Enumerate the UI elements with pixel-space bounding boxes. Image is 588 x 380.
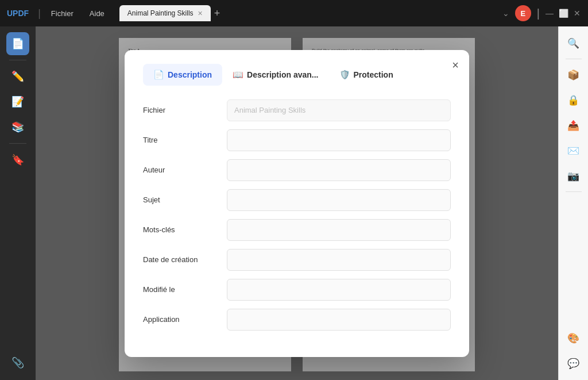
sidebar-separator bbox=[9, 60, 26, 60]
form-row-application: Application bbox=[143, 309, 451, 331]
minimize-button[interactable]: — bbox=[546, 9, 554, 17]
form-body: Fichier Titre Auteur Sujet bbox=[143, 99, 451, 331]
right-icon-chat[interactable]: 💬 bbox=[563, 352, 585, 374]
properties-modal: × 📄 Description 📖 Description avan... 🛡 bbox=[125, 50, 469, 357]
right-icon-search[interactable]: 🔍 bbox=[563, 32, 585, 54]
sidebar-bottom: 📎 bbox=[6, 351, 29, 374]
form-row-sujet: Sujet bbox=[143, 189, 451, 211]
input-application[interactable] bbox=[227, 309, 451, 331]
right-sep-2 bbox=[566, 191, 582, 192]
desc-avancee-tab-icon: 📖 bbox=[233, 70, 243, 80]
label-date-creation: Date de création bbox=[143, 255, 218, 264]
tab-protection[interactable]: 🛡️ Protection bbox=[329, 64, 404, 86]
form-row-date-creation: Date de création bbox=[143, 249, 451, 271]
right-sidebar-bottom: 🎨 💬 bbox=[563, 327, 585, 374]
close-window-button[interactable]: ✕ bbox=[573, 9, 581, 17]
input-fichier[interactable] bbox=[227, 99, 451, 121]
chevron-down-icon[interactable]: ⌄ bbox=[502, 9, 509, 18]
label-mots-cles: Mots-clés bbox=[143, 225, 218, 234]
right-icon-palette[interactable]: 🎨 bbox=[563, 327, 585, 349]
form-row-auteur: Auteur bbox=[143, 159, 451, 181]
input-auteur[interactable] bbox=[227, 159, 451, 181]
app-background: UPDF | Fichier Aide Animal Painting Skil… bbox=[0, 0, 588, 380]
right-icon-mail[interactable]: ✉️ bbox=[563, 140, 585, 162]
label-sujet: Sujet bbox=[143, 195, 218, 204]
avatar[interactable]: E bbox=[515, 5, 531, 21]
tab-protection-label: Protection bbox=[354, 70, 393, 79]
title-bar: UPDF | Fichier Aide Animal Painting Skil… bbox=[0, 0, 588, 26]
label-fichier: Fichier bbox=[143, 106, 218, 114]
title-bar-right: ⌄ E | — ⬜ ✕ bbox=[502, 5, 581, 21]
input-sujet[interactable] bbox=[227, 189, 451, 211]
sidebar-icon-edit[interactable]: ✏️ bbox=[6, 65, 29, 88]
tab-area: Animal Painting Skills × + bbox=[119, 5, 498, 21]
form-row-titre: Titre bbox=[143, 129, 451, 151]
description-tab-icon: 📄 bbox=[153, 70, 164, 80]
label-application: Application bbox=[143, 315, 218, 324]
label-titre: Titre bbox=[143, 136, 218, 144]
left-sidebar: 📄 ✏️ 📝 📚 🔖 📎 bbox=[0, 26, 36, 380]
right-icon-lock[interactable]: 🔒 bbox=[563, 89, 585, 111]
tab-animal-painting[interactable]: Animal Painting Skills × bbox=[119, 5, 211, 21]
right-sidebar: 🔍 📦 🔒 📤 ✉️ 📷 🎨 💬 bbox=[558, 26, 588, 380]
new-tab-button[interactable]: + bbox=[214, 7, 220, 20]
form-row-modifie-le: Modifié le bbox=[143, 279, 451, 301]
form-row-mots-cles: Mots-clés bbox=[143, 219, 451, 241]
document-area: The A... Vario... Their... Step-... Buil… bbox=[36, 26, 558, 380]
input-date-creation[interactable] bbox=[227, 249, 451, 271]
app-content: 📄 ✏️ 📝 📚 🔖 📎 The A... Vario... Their... … bbox=[0, 26, 588, 380]
menu-fichier[interactable]: Fichier bbox=[45, 7, 79, 20]
input-modifie-le[interactable] bbox=[227, 279, 451, 301]
modal-overlay: × 📄 Description 📖 Description avan... 🛡 bbox=[36, 26, 558, 380]
label-modifie-le: Modifié le bbox=[143, 285, 218, 294]
tab-label: Animal Painting Skills bbox=[127, 9, 194, 17]
right-icon-camera[interactable]: 📷 bbox=[563, 165, 585, 187]
tab-desc-avancee-label: Description avan... bbox=[247, 70, 318, 79]
sidebar-icon-attach[interactable]: 📎 bbox=[6, 351, 29, 374]
right-icon-share[interactable]: 📤 bbox=[563, 114, 585, 136]
maximize-button[interactable]: ⬜ bbox=[559, 9, 567, 17]
tab-description[interactable]: 📄 Description bbox=[143, 64, 222, 86]
sidebar-icon-document[interactable]: 📄 bbox=[6, 32, 29, 55]
separator-line: | bbox=[537, 7, 540, 20]
label-auteur: Auteur bbox=[143, 166, 218, 174]
input-mots-cles[interactable] bbox=[227, 219, 451, 241]
title-sep: | bbox=[38, 7, 41, 20]
modal-tabs: 📄 Description 📖 Description avan... 🛡️ P… bbox=[143, 64, 451, 86]
sidebar-separator-2 bbox=[9, 143, 26, 144]
form-row-fichier: Fichier bbox=[143, 99, 451, 121]
tab-description-avancee[interactable]: 📖 Description avan... bbox=[222, 64, 328, 86]
menu-aide[interactable]: Aide bbox=[84, 7, 110, 20]
right-icon-box[interactable]: 📦 bbox=[563, 64, 585, 86]
sidebar-icon-annotate[interactable]: 📝 bbox=[6, 90, 29, 113]
right-sep-1 bbox=[566, 59, 582, 59]
sidebar-icon-bookmark[interactable]: 🔖 bbox=[6, 148, 29, 171]
protection-tab-icon: 🛡️ bbox=[339, 70, 350, 80]
input-titre[interactable] bbox=[227, 129, 451, 151]
app-logo: UPDF bbox=[7, 9, 29, 18]
tab-description-label: Description bbox=[168, 70, 212, 79]
modal-close-button[interactable]: × bbox=[452, 59, 459, 71]
tab-close-button[interactable]: × bbox=[198, 9, 203, 18]
sidebar-icon-organize[interactable]: 📚 bbox=[6, 116, 29, 139]
